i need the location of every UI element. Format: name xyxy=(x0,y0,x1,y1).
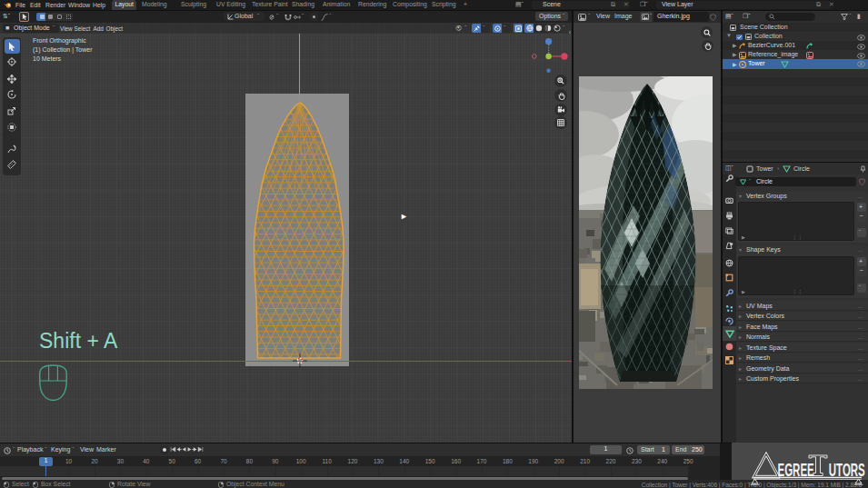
svg-text:EGREE: EGREE xyxy=(778,459,814,479)
svg-text:UTORS: UTORS xyxy=(829,459,865,479)
